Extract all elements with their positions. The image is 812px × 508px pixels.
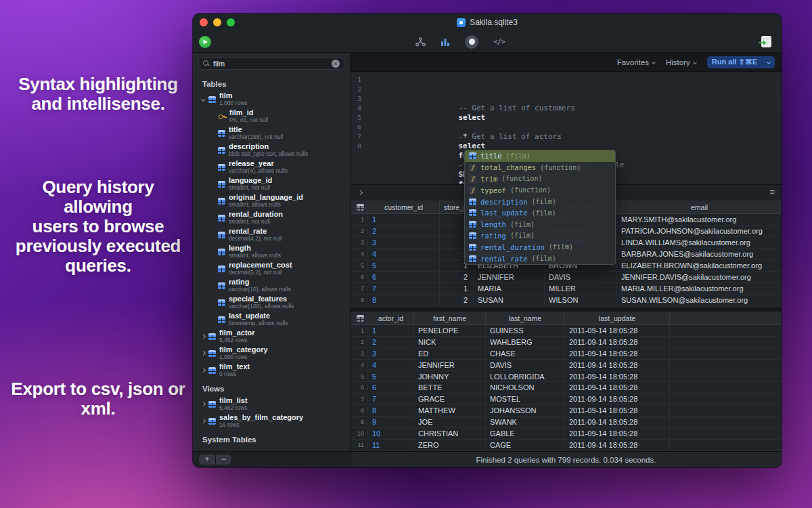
cell-last-name[interactable]: WAHLBERG bbox=[486, 337, 565, 347]
autocomplete-item[interactable]: rental_duration (film) bbox=[465, 241, 615, 253]
cell-email[interactable]: MARIA.MILLER@sakilacustomer.org bbox=[617, 283, 782, 294]
cell-customer-id[interactable]: 7 bbox=[368, 283, 440, 294]
cell-last-name[interactable]: SWANK bbox=[486, 417, 565, 427]
table-row[interactable]: 10 10 CHRISTIAN GABLE 2011-09-14 18:05:2… bbox=[351, 428, 782, 440]
cell-last-name[interactable]: LOLLOBRIGIDA bbox=[486, 371, 565, 382]
cell-actor-id[interactable]: 5 bbox=[368, 371, 414, 382]
table-row[interactable]: 1 1 PENELOPE GUINESS 2011-09-14 18:05:28 bbox=[351, 325, 782, 337]
cell-email[interactable]: LINDA.WILLIAMS@sakilacustomer.org bbox=[617, 237, 782, 248]
code-line[interactable]: 2 select * from bbox=[351, 85, 782, 94]
cell-first-name[interactable]: BETTE bbox=[414, 382, 486, 393]
cell-first-name[interactable]: SUSAN bbox=[474, 295, 545, 305]
cell-actor-id[interactable]: 7 bbox=[368, 394, 414, 404]
chart-view-icon[interactable] bbox=[441, 37, 450, 46]
code-view-icon[interactable]: </> bbox=[493, 37, 505, 46]
sidebar-column-item[interactable]: language_id smallint, not null bbox=[193, 175, 350, 192]
sidebar-column-item[interactable]: release_year varchar(4), allows nulls bbox=[193, 158, 350, 175]
sidebar-view-item[interactable]: sales_by_film_category 16 rows bbox=[193, 412, 350, 429]
cell-email[interactable]: PATRICIA.JOHNSON@sakilacustomer.org bbox=[617, 226, 782, 236]
chevron-right-icon[interactable] bbox=[201, 334, 206, 339]
cell-customer-id[interactable]: 8 bbox=[368, 295, 440, 305]
remove-item-button[interactable]: − bbox=[215, 454, 231, 465]
code-line[interactable]: 5 select * from bbox=[351, 113, 782, 123]
sidebar-column-item[interactable]: length smallint, allows nulls bbox=[193, 243, 350, 260]
table-row[interactable]: 7 7 1 MARIA MILLER MARIA.MILLER@sakilacu… bbox=[351, 283, 782, 295]
close-window-button[interactable] bbox=[200, 18, 208, 26]
chevron-down-icon[interactable] bbox=[201, 97, 206, 102]
cell-email[interactable]: SUSAN.WILSON@sakilacustomer.org bbox=[617, 295, 782, 305]
cell-last-update[interactable]: 2011-09-14 18:05:28 bbox=[565, 394, 670, 404]
sidebar-table-item[interactable]: film_category 1,000 rows bbox=[193, 345, 350, 362]
cell-last-update[interactable]: 2011-09-14 18:05:28 bbox=[565, 440, 670, 450]
sidebar-column-item[interactable]: film_id PK, int, not null bbox=[193, 108, 350, 125]
sidebar-column-item[interactable]: original_language_id smallint, allows nu… bbox=[193, 192, 350, 209]
cell-actor-id[interactable]: 10 bbox=[368, 428, 414, 439]
sidebar-column-item[interactable]: rental_duration smallint, not null bbox=[193, 209, 350, 226]
cell-first-name[interactable]: JENNIFER bbox=[414, 360, 486, 371]
run-query-button[interactable] bbox=[199, 36, 211, 48]
table-row[interactable]: 5 5 JOHNNY LOLLOBRIGIDA 2011-09-14 18:05… bbox=[351, 371, 782, 383]
cell-customer-id[interactable]: 6 bbox=[368, 272, 440, 282]
table-row[interactable]: 8 8 2 SUSAN WILSON SUSAN.WILSON@sakilacu… bbox=[351, 295, 782, 306]
sidebar-table-item[interactable]: film_text 0 rows bbox=[193, 362, 350, 379]
cell-last-name[interactable]: NICHOLSON bbox=[486, 382, 565, 393]
cell-last-name[interactable]: MILLER bbox=[545, 283, 617, 294]
column-header-last-name[interactable]: last_name bbox=[486, 312, 565, 324]
cell-first-name[interactable]: ED bbox=[414, 348, 486, 359]
table-row[interactable]: 2 2 NICK WAHLBERG 2011-09-14 18:05:28 bbox=[351, 337, 782, 348]
code-line[interactable]: 6 bbox=[351, 123, 782, 132]
sidebar-column-item[interactable]: last_update timestamp, allows nulls bbox=[193, 311, 350, 328]
code-line[interactable]: 7 -- Only get films with specific title bbox=[351, 132, 782, 142]
results-menu-icon[interactable] bbox=[769, 187, 775, 197]
cell-store-id[interactable]: 1 bbox=[440, 283, 474, 294]
cell-last-name[interactable]: JOHANSSON bbox=[486, 405, 565, 416]
cell-customer-id[interactable]: 5 bbox=[368, 260, 440, 271]
cell-email[interactable]: ELIZABETH.BROWN@sakilacustomer.org bbox=[617, 260, 782, 271]
cell-actor-id[interactable]: 9 bbox=[368, 417, 414, 427]
sidebar-column-item[interactable]: replacement_cost decimal(5,2), not null bbox=[193, 260, 350, 277]
cell-actor-id[interactable]: 3 bbox=[368, 348, 414, 359]
cell-first-name[interactable]: ZERO bbox=[414, 440, 486, 450]
cell-email[interactable]: MARY.SMITH@sakilacustomer.org bbox=[617, 214, 782, 225]
column-header-first-name[interactable]: first_name bbox=[414, 312, 486, 324]
cell-actor-id[interactable]: 1 bbox=[368, 325, 414, 336]
sidebar-column-item[interactable]: description blob sub_type text, allows n… bbox=[193, 142, 350, 158]
favorites-menu[interactable]: Favorites bbox=[617, 58, 655, 66]
sidebar-view-item[interactable]: film_list 5,462 rows bbox=[193, 396, 350, 412]
cell-customer-id[interactable]: 3 bbox=[368, 237, 440, 248]
console-view-icon[interactable] bbox=[465, 35, 478, 49]
cell-last-name[interactable]: DAVIS bbox=[486, 360, 565, 371]
cell-first-name[interactable]: MATTHEW bbox=[414, 405, 486, 416]
table-row[interactable]: 4 4 JENNIFER DAVIS 2011-09-14 18:05:28 bbox=[351, 360, 782, 371]
chevron-right-icon[interactable] bbox=[201, 402, 206, 406]
code-line[interactable]: 1 -- Get a list of customers bbox=[351, 75, 782, 85]
cell-actor-id[interactable]: 2 bbox=[368, 337, 414, 347]
cell-first-name[interactable]: JOHNNY bbox=[414, 371, 486, 382]
cell-customer-id[interactable]: 4 bbox=[368, 249, 440, 259]
autocomplete-item[interactable]: length (film) bbox=[465, 219, 615, 230]
table-row[interactable]: 9 9 JOE SWANK 2011-09-14 18:05:28 bbox=[351, 417, 782, 428]
autocomplete-item[interactable]: rental_rate (film) bbox=[465, 253, 615, 264]
autocomplete-item[interactable]: rating (film) bbox=[465, 230, 615, 242]
cell-last-update[interactable]: 2011-09-14 18:05:28 bbox=[565, 337, 670, 347]
cell-customer-id[interactable]: 2 bbox=[368, 226, 440, 236]
cell-last-update[interactable]: 2011-09-14 18:05:28 bbox=[565, 360, 670, 371]
cell-actor-id[interactable]: 4 bbox=[368, 360, 414, 371]
cell-last-name[interactable]: DAVIS bbox=[545, 272, 617, 282]
run-all-button[interactable]: Run all ⇧⌘E bbox=[707, 56, 775, 68]
chevron-right-icon[interactable] bbox=[201, 368, 206, 373]
column-header-customer-id[interactable]: customer_id bbox=[368, 200, 440, 213]
export-database-icon[interactable] bbox=[758, 35, 773, 49]
history-menu[interactable]: History bbox=[666, 58, 696, 66]
search-input[interactable]: film bbox=[198, 57, 344, 70]
cell-last-update[interactable]: 2011-09-14 18:05:28 bbox=[565, 428, 670, 439]
export-result-icon[interactable] bbox=[357, 204, 364, 211]
cell-last-name[interactable]: GABLE bbox=[486, 428, 565, 439]
table-row[interactable]: 3 3 ED CHASE 2011-09-14 18:05:28 bbox=[351, 348, 782, 360]
column-header-last-update[interactable]: last_update bbox=[565, 312, 670, 324]
cell-first-name[interactable]: PENELOPE bbox=[414, 325, 486, 336]
zoom-window-button[interactable] bbox=[227, 18, 235, 26]
cell-first-name[interactable]: JENNIFER bbox=[474, 272, 545, 282]
autocomplete-item[interactable]: total_changes (function) bbox=[465, 162, 615, 173]
cell-customer-id[interactable]: 1 bbox=[368, 214, 440, 225]
